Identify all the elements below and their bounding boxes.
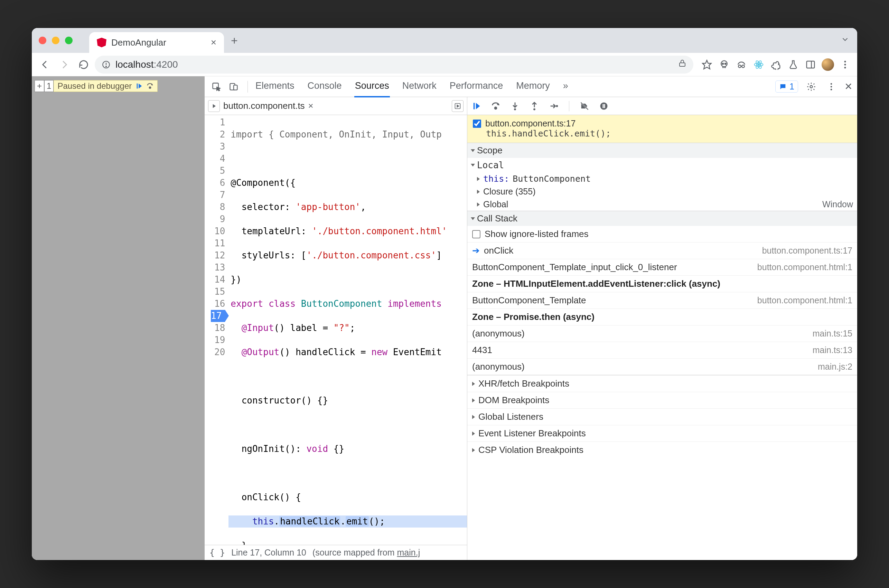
resume-button[interactable]: [472, 101, 481, 111]
ext-react-icon[interactable]: [751, 56, 766, 73]
pause-on-exceptions-button[interactable]: [599, 101, 609, 111]
tab-performance[interactable]: Performance: [449, 76, 504, 98]
scope-local-header[interactable]: Local: [467, 158, 857, 172]
dom-breakpoints-header[interactable]: DOM Breakpoints: [467, 392, 857, 408]
scope-this-row[interactable]: this: ButtonComponent: [467, 172, 857, 185]
navigator-toggle-button[interactable]: [208, 100, 220, 112]
address-bar[interactable]: localhost:4200: [95, 56, 693, 74]
svg-rect-15: [807, 61, 815, 68]
frame-name: (anonymous): [472, 362, 525, 372]
ext-panel-icon[interactable]: [803, 56, 818, 73]
svg-rect-3: [680, 63, 685, 66]
profile-avatar[interactable]: [821, 56, 835, 73]
minimize-window-button[interactable]: [52, 37, 59, 44]
callstack-frame[interactable]: ButtonComponent_Template_input_click_0_l…: [467, 259, 857, 275]
tab-sources[interactable]: Sources: [354, 76, 390, 98]
frame-location: button.component.html:1: [757, 296, 852, 305]
show-ignored-checkbox[interactable]: [472, 230, 481, 238]
issues-button[interactable]: 1: [775, 81, 798, 93]
scope-closure-row[interactable]: Closure (355): [467, 185, 857, 198]
svg-point-19: [844, 67, 846, 68]
line-gutter[interactable]: 12345 678910 1112131415 1617181920: [205, 115, 228, 545]
bookmark-button[interactable]: [700, 56, 714, 73]
back-button[interactable]: [37, 56, 53, 73]
deactivate-breakpoints-button[interactable]: [580, 101, 589, 111]
content-area: + 1 Paused in debugger Elements Console …: [32, 76, 857, 560]
device-toolbar-button[interactable]: [227, 80, 240, 94]
step-out-button[interactable]: [530, 101, 539, 111]
reload-button[interactable]: [75, 56, 92, 73]
zoom-window-button[interactable]: [65, 37, 73, 44]
tab-more[interactable]: »: [562, 76, 569, 98]
tab-memory[interactable]: Memory: [515, 76, 551, 98]
scope-global-row[interactable]: GlobalWindow: [467, 198, 857, 211]
source-editor: button.component.ts × 12345 678910 11121…: [205, 97, 467, 560]
svg-point-41: [556, 105, 558, 107]
frame-location: button.component.ts:17: [762, 246, 852, 256]
event-listener-breakpoints-header[interactable]: Event Listener Breakpoints: [467, 425, 857, 441]
code-area[interactable]: 12345 678910 1112131415 1617181920 impor…: [205, 115, 467, 545]
svg-point-17: [844, 60, 846, 62]
close-window-button[interactable]: [39, 37, 46, 44]
tab-overflow-button[interactable]: [841, 35, 857, 46]
devtools-menu-button[interactable]: [824, 80, 838, 94]
callstack-frame[interactable]: (anonymous)main.js:2: [467, 358, 857, 375]
code-lines[interactable]: import { Component, OnInit, Input, Outp …: [228, 115, 467, 545]
breakpoint-checkbox[interactable]: [473, 120, 481, 128]
callstack-frame[interactable]: Zone – Promise.then (async): [467, 309, 857, 325]
snippets-toggle-button[interactable]: [452, 100, 464, 112]
csp-breakpoints-header[interactable]: CSP Violation Breakpoints: [467, 441, 857, 458]
source-map-link[interactable]: main.j: [397, 548, 420, 557]
svg-point-14: [758, 64, 760, 65]
editor-status-bar: { } Line 17, Column 10 (source mapped fr…: [205, 545, 467, 560]
tab-network[interactable]: Network: [402, 76, 437, 98]
chrome-menu-button[interactable]: [838, 56, 852, 73]
callstack-frame[interactable]: ➔onClickbutton.component.ts:17: [467, 242, 857, 259]
step-into-button[interactable]: [510, 101, 520, 111]
new-tab-button[interactable]: +: [224, 34, 238, 47]
xhr-breakpoints-header[interactable]: XHR/fetch Breakpoints: [467, 375, 857, 392]
show-ignored-row[interactable]: Show ignore-listed frames: [467, 226, 857, 242]
svg-point-26: [810, 86, 812, 88]
callstack-frame[interactable]: ButtonComponent_Templatebutton.component…: [467, 292, 857, 309]
svg-point-35: [495, 107, 497, 109]
extensions-button[interactable]: [769, 56, 783, 73]
step-over-button[interactable]: [491, 101, 500, 111]
inspect-element-button[interactable]: [209, 80, 223, 94]
pretty-print-button[interactable]: { }: [209, 548, 225, 558]
frame-name: ButtonComponent_Template_input_click_0_l…: [472, 262, 677, 273]
callstack-frame[interactable]: 4431main.ts:13: [467, 342, 857, 358]
url-host: localhost: [116, 59, 154, 70]
svg-point-6: [722, 63, 724, 64]
overlay-step-button[interactable]: [146, 82, 154, 90]
share-icon[interactable]: [678, 59, 686, 70]
devtools-close-button[interactable]: ✕: [844, 81, 852, 92]
breakpoint-banner: button.component.ts:17 this.handleClick.…: [467, 115, 857, 143]
ext-labs-icon[interactable]: [786, 56, 800, 73]
breakpoint-location[interactable]: button.component.ts:17: [485, 118, 575, 129]
scope-header[interactable]: Scope: [467, 143, 857, 158]
settings-button[interactable]: [804, 80, 818, 94]
paused-arrow-box[interactable]: +: [35, 80, 44, 92]
tab-elements[interactable]: Elements: [255, 76, 295, 98]
step-button[interactable]: [549, 101, 559, 111]
svg-point-29: [830, 88, 832, 90]
close-tab-button[interactable]: ×: [211, 37, 216, 48]
forward-button[interactable]: [56, 56, 73, 73]
devtools-tabs: Elements Console Sources Network Perform…: [255, 76, 569, 98]
svg-marker-21: [139, 84, 142, 89]
overlay-resume-button[interactable]: [135, 82, 143, 90]
callstack-frame[interactable]: (anonymous)main.ts:15: [467, 325, 857, 342]
frame-name: onClick: [484, 245, 513, 256]
callstack-header[interactable]: Call Stack: [467, 211, 857, 226]
ext-skull-icon[interactable]: [717, 56, 731, 73]
file-tab-close-button[interactable]: ×: [308, 100, 314, 111]
global-listeners-header[interactable]: Global Listeners: [467, 408, 857, 425]
svg-point-28: [830, 86, 832, 87]
ext-incognito-icon[interactable]: [734, 56, 749, 73]
file-tab[interactable]: button.component.ts ×: [223, 100, 314, 111]
tab-console[interactable]: Console: [307, 76, 342, 98]
browser-tab[interactable]: DemoAngular ×: [89, 32, 224, 53]
callstack-frame[interactable]: Zone – HTMLInputElement.addEventListener…: [467, 275, 857, 292]
svg-point-27: [830, 83, 832, 85]
